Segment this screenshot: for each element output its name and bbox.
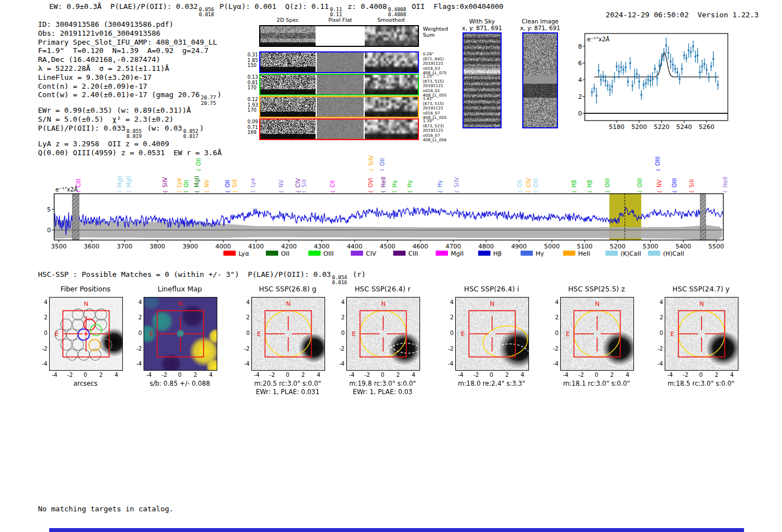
svg-text:NV: NV [656,180,662,188]
cutout-frame: NE [665,297,738,371]
cutout-ytick: 0 [654,330,663,336]
svg-text:5200: 5200 [610,243,626,250]
svg-text:5220: 5220 [654,123,670,131]
cutout-ytick: -4 [549,361,559,367]
with_sky-panel: With Skyx, y: 871, 691 [461,18,503,128]
cutout-caption: EWr: 1, PLAE: 0.031 [233,388,342,396]
cutout-ytick: -4 [240,361,250,367]
cutout-xtick: 4 [311,372,326,378]
full-spectrum-chart: 3500360037003800390040004100420043004400… [47,147,732,261]
svg-text:5300: 5300 [643,243,659,250]
svg-text:CIV: CIV [366,250,376,257]
cutout-overlay: NE [252,298,325,370]
svg-text:0: 0 [47,227,51,234]
svg-text:{: { [76,190,81,193]
clean_image-image [522,32,558,128]
cutout-7: HSC SSP(24.7) yNE-4-4-2-2002244m:18.5 rc… [654,285,748,405]
svg-text:OII: OII [281,250,289,257]
svg-text:SiII: SiII [232,179,238,188]
svg-text:CIV: CIV [526,178,532,188]
spec2d-panel: 2D SpecPixel FlatSmoothedWeightedSum0.31… [247,17,482,145]
spec2d-image [317,97,364,117]
cutout-xtick: -4 [345,372,359,378]
svg-text:3600: 3600 [84,243,99,250]
info-line: EWr = 0.99(±0.35) (w: 0.89(±0.31))Å [38,106,222,115]
svg-text:N: N [490,300,494,308]
svg-text:N: N [178,300,183,308]
svg-text:Hβ: Hβ [571,180,577,188]
cutout-xtick: -2 [265,372,279,378]
cutout-xtick: 2 [391,372,406,378]
cutout-title: Fiber Positions [44,285,127,293]
svg-text:4100: 4100 [248,243,264,250]
svg-text:{: { [381,190,386,193]
svg-text:4000: 4000 [215,243,231,250]
info-line: Cont(w) = 2.40(±0.01)e-17 (gmag 20.7620.… [38,90,222,106]
cutout-overlay: NE [50,298,122,370]
svg-text:{: { [723,190,728,193]
detection-info-block: ID: 3004913586 (3004913586.pdf)Obs: 2019… [38,20,222,157]
hsc-match-summary: HSC-SSP : Possible Matches = 0 (within +… [38,270,366,286]
cutout-ytick: 0 [240,330,250,336]
cutout-xtick: 0 [484,372,499,378]
svg-text:N: N [699,300,704,308]
cutout-xlabel: arcsecs [31,380,140,387]
info-line: Primary Spec_Slot_IFU_AMP: 408_031_049_L… [38,38,222,47]
svg-text:5100: 5100 [577,243,593,250]
svg-text:OII: OII [225,180,231,188]
svg-text:{: { [673,190,678,193]
svg-text:{: { [380,169,385,171]
info-line: λ = 5222.28Å σ = 2.51(±1.11)Å [38,64,222,73]
cutout-ytick: 4 [240,299,250,305]
cutout-xtick: -4 [559,372,573,378]
svg-text:3800: 3800 [150,243,165,250]
cutout-title: HSC SSP(25.5) z [555,285,638,293]
cutout-xtick: -2 [574,372,588,378]
cutout-ytick: 0 [444,330,454,336]
svg-text:{: { [205,190,210,193]
svg-text:Lyα: Lyα [239,250,249,257]
svg-text:CIV: CIV [295,178,301,188]
svg-text:N: N [286,300,290,308]
cutout-xtick: 0 [173,372,187,378]
cutout-overlay: NE [665,298,738,370]
spec2d-row-weights: 0.311.85150 [247,52,258,69]
cutout-overlay: NE [456,298,528,370]
svg-text:HeII: HeII [578,250,590,257]
cutout-1: Fiber PositionsNE-4-4-2-2002244arcsecs [38,285,133,405]
svg-text:4200: 4200 [281,243,297,250]
svg-text:E: E [55,330,59,338]
cutout-xtick: 0 [694,372,708,378]
svg-text:2: 2 [578,93,582,100]
svg-text:HeII: HeII [380,176,387,188]
svg-text:N: N [84,300,88,308]
cutout-ytick: 0 [335,330,345,336]
svg-text:Hβ: Hβ [493,250,502,257]
svg-text:OIII: OIII [604,178,611,188]
svg-text:4700: 4700 [445,243,461,250]
cutout-title: HSC SSP(24.7) y [659,285,743,293]
spec2d-row-weights: 0.090.71169 [247,119,258,136]
svg-text:{: { [251,190,256,193]
cutout-xtick: -2 [63,372,77,378]
info-line: P(LAE)/P(OII): 0.0330.0550.019 (w: 0.030… [38,124,222,140]
svg-text:OII: OII [183,180,189,188]
svg-text:CIII: CIII [75,179,82,188]
cutout-caption: m:18.0 re:2.4" s:3.3" [437,380,546,387]
svg-text:5180: 5180 [609,123,624,131]
svg-text:4500: 4500 [380,243,395,250]
svg-text:{: { [197,169,202,171]
catalog-note: No matching targets in catalog. Row inte… [38,486,174,532]
info-line: Cont(n) = 2.20(±0.09)e-17 [38,82,222,91]
cutout-ytick: -2 [132,346,142,352]
cutout-ytick: -2 [240,346,250,352]
svg-text:{: { [656,169,661,171]
svg-text:5400: 5400 [675,243,691,250]
svg-text:4300: 4300 [314,243,330,250]
svg-text:e⁻¹⁷x2Å: e⁻¹⁷x2Å [587,36,610,42]
svg-text:5200: 5200 [631,123,647,131]
svg-text:SiIV: SiIV [162,177,168,188]
svg-text:MgII: MgII [117,176,123,188]
spec2d-image [365,52,418,72]
cutout-ytick: 2 [549,314,559,320]
